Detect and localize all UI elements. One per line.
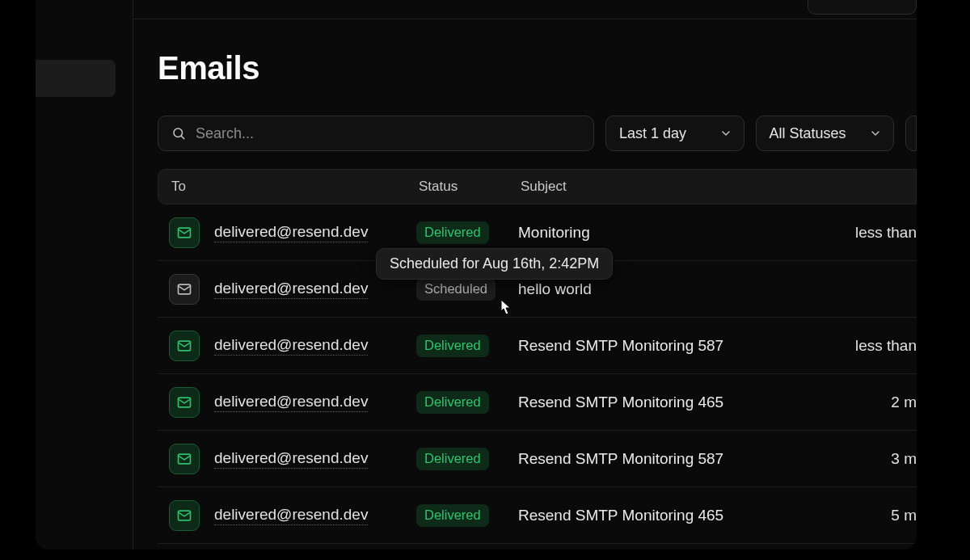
status-badge[interactable]: Delivered xyxy=(416,221,489,244)
mail-icon xyxy=(169,331,200,361)
mail-icon xyxy=(169,217,200,248)
cell-time: less than xyxy=(836,337,917,355)
cell-status: Delivered xyxy=(416,221,518,244)
cell-time: 5 m xyxy=(836,507,917,524)
cell-subject: hello world xyxy=(518,280,836,298)
status-filter[interactable]: All Statuses xyxy=(756,116,895,151)
cell-time: less than xyxy=(836,224,917,242)
recipient-address[interactable]: delivered@resend.dev xyxy=(214,280,368,299)
sidebar xyxy=(36,0,133,549)
recipient-address[interactable]: delivered@resend.dev xyxy=(214,449,368,469)
cell-to: delivered@resend.dev xyxy=(169,500,416,531)
cell-time: 3 m xyxy=(836,450,917,468)
col-status: Status xyxy=(419,179,521,195)
topbar xyxy=(133,0,917,19)
cell-status: Delivered xyxy=(416,448,518,470)
table-row[interactable]: delivered@resend.devDeliveredResend SMTP… xyxy=(158,318,917,374)
cell-subject: Monitoring xyxy=(518,224,836,242)
svg-point-0 xyxy=(174,128,183,137)
col-to: To xyxy=(171,179,419,195)
cell-status: Delivered xyxy=(416,335,518,357)
date-filter-label: Last 1 day xyxy=(619,125,686,142)
mail-icon xyxy=(169,274,200,305)
cell-subject: Resend SMTP Monitoring 587 xyxy=(518,450,836,468)
recipient-address[interactable]: delivered@resend.dev xyxy=(214,393,368,412)
status-filter-label: All Statuses xyxy=(770,125,846,142)
emails-table: To Status Subject delivered@resend.devDe… xyxy=(158,169,917,544)
cell-time: 2 m xyxy=(836,394,917,411)
table-row[interactable]: delivered@resend.devDeliveredResend SMTP… xyxy=(158,487,917,544)
status-badge[interactable]: Delivered xyxy=(416,335,489,357)
cell-status: Scheduled xyxy=(416,278,518,301)
status-badge[interactable]: Scheduled xyxy=(416,278,496,301)
date-filter[interactable]: Last 1 day xyxy=(605,116,744,151)
filter-bar: Search... Last 1 day All Statuses xyxy=(158,116,917,151)
cell-to: delivered@resend.dev xyxy=(169,444,416,474)
mail-icon xyxy=(169,444,200,474)
scheduled-tooltip: Scheduled for Aug 16th, 2:42PM xyxy=(376,248,613,280)
recipient-address[interactable]: delivered@resend.dev xyxy=(214,223,368,242)
sidebar-item-active[interactable] xyxy=(36,60,116,97)
col-subject: Subject xyxy=(521,179,916,195)
chevron-down-icon xyxy=(719,127,732,140)
cell-to: delivered@resend.dev xyxy=(169,387,416,418)
cell-subject: Resend SMTP Monitoring 587 xyxy=(518,337,836,355)
cell-status: Delivered xyxy=(416,504,518,527)
status-badge[interactable]: Delivered xyxy=(416,391,489,414)
search-input[interactable]: Search... xyxy=(158,116,594,151)
status-badge[interactable]: Delivered xyxy=(416,448,489,470)
search-placeholder: Search... xyxy=(196,125,254,142)
recipient-address[interactable]: delivered@resend.dev xyxy=(214,506,368,525)
chevron-down-icon xyxy=(869,127,882,140)
svg-line-1 xyxy=(181,136,183,138)
table-row[interactable]: delivered@resend.devDeliveredResend SMTP… xyxy=(158,374,917,431)
cell-status: Delivered xyxy=(416,391,518,414)
mail-icon xyxy=(169,387,200,418)
table-row[interactable]: delivered@resend.devDeliveredResend SMTP… xyxy=(158,431,917,487)
topbar-action-hint[interactable] xyxy=(808,0,917,15)
cell-subject: Resend SMTP Monitoring 465 xyxy=(518,507,836,524)
status-badge[interactable]: Delivered xyxy=(416,504,489,527)
cell-to: delivered@resend.dev xyxy=(169,331,416,361)
search-icon xyxy=(171,126,186,141)
page-title: Emails xyxy=(158,50,917,86)
recipient-address[interactable]: delivered@resend.dev xyxy=(214,336,368,356)
cell-to: delivered@resend.dev xyxy=(169,217,416,248)
page: Emails Search... Last 1 day All Statuses xyxy=(133,19,917,544)
cell-subject: Resend SMTP Monitoring 465 xyxy=(518,394,836,411)
table-header: To Status Subject xyxy=(158,169,917,204)
mail-icon xyxy=(169,500,200,531)
extra-filter-edge[interactable] xyxy=(905,116,917,151)
